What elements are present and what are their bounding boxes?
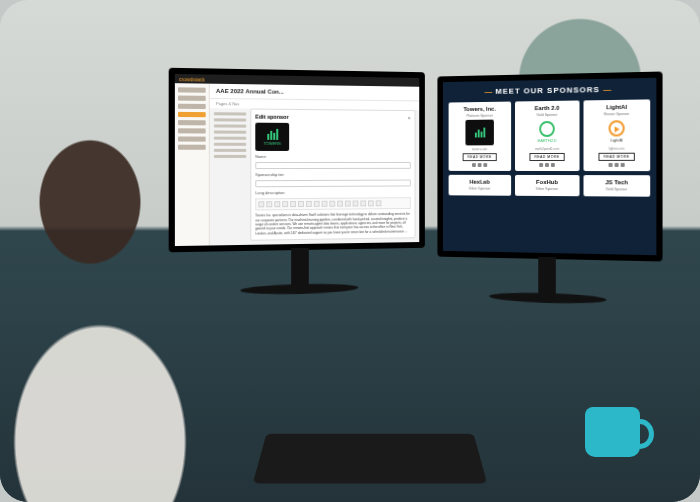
close-icon[interactable]: × [407, 115, 410, 121]
toolbar-more-icon[interactable] [376, 201, 382, 207]
monitor-right: — MEET OUR SPONSORS — Towers, Inc. Plati… [437, 71, 662, 261]
person-silhouette [0, 82, 240, 502]
toolbar-align-right-icon[interactable] [306, 201, 312, 207]
sponsor-name: Earth 2.0 [535, 105, 560, 111]
twitter-icon[interactable] [615, 163, 619, 167]
name-label: Name [255, 154, 410, 159]
linkedin-icon[interactable] [483, 163, 487, 167]
read-more-button[interactable]: READ MORE [530, 153, 565, 161]
edit-sponsor-modal: Edit sponsor × TOWERS Name Sponsorship t… [250, 109, 415, 241]
towers-logo-icon [465, 120, 493, 146]
social-icons [472, 163, 487, 167]
coffee-mug [585, 407, 640, 457]
sponsor-tier: Bronze Sponsor [604, 112, 629, 116]
sponsor-card-hexlab[interactable]: HexLab Silver Sponsor [449, 175, 512, 196]
sponsors-page: — MEET OUR SPONSORS — Towers, Inc. Plati… [443, 78, 656, 203]
sponsor-name: Towers, Inc. [463, 106, 495, 112]
facebook-icon[interactable] [472, 163, 476, 167]
toolbar-strike-icon[interactable] [282, 202, 288, 208]
sponsor-tier: Silver Sponsor [536, 187, 558, 191]
sponsor-name: JS Tech [605, 179, 628, 185]
toolbar-quote-icon[interactable] [353, 201, 359, 207]
linkedin-icon[interactable] [621, 163, 625, 167]
toolbar-code-icon[interactable] [345, 201, 351, 207]
name-input[interactable] [255, 162, 410, 169]
sponsor-url: lightai.com [609, 147, 624, 151]
toolbar-image-icon[interactable] [337, 201, 343, 207]
sponsor-card-lightai[interactable]: LightAI Bronze Sponsor LightAI lightai.c… [584, 99, 651, 171]
facebook-icon[interactable] [609, 163, 613, 167]
richtext-toolbar [255, 198, 410, 211]
toolbar-bold-icon[interactable] [258, 202, 264, 208]
sponsor-tier: Gold Sponsor [537, 113, 558, 117]
twitter-icon[interactable] [545, 163, 549, 167]
description-editor[interactable]: Towers Inc. specializes in data-driven S… [255, 212, 410, 235]
lightai-logo-icon: LightAI [601, 118, 631, 145]
twitter-icon[interactable] [478, 163, 482, 167]
tier-label: Sponsorship tier [255, 172, 410, 177]
toolbar-underline-icon[interactable] [274, 202, 280, 208]
toolbar-numlist-icon[interactable] [322, 201, 328, 207]
sponsor-logo-text: TOWERS [264, 141, 281, 146]
tier-input[interactable] [255, 180, 410, 188]
read-more-button[interactable]: READ MORE [599, 153, 635, 161]
sponsor-url: towers.com [472, 147, 487, 151]
toolbar-align-left-icon[interactable] [290, 201, 296, 207]
sponsor-logo-preview[interactable]: TOWERS [255, 123, 289, 151]
sponsor-name: FoxHub [536, 179, 558, 185]
sponsors-heading: — MEET OUR SPONSORS — [449, 84, 651, 97]
sponsor-tier: Platinum Sponsor [467, 114, 493, 118]
toolbar-redo-icon[interactable] [368, 201, 374, 207]
social-icons [609, 163, 625, 167]
modal-title: Edit sponsor [255, 114, 288, 120]
sponsor-url: earth2point0.com [535, 147, 559, 151]
sponsor-card-foxhub[interactable]: FoxHub Silver Sponsor [515, 175, 580, 196]
toolbar-italic-icon[interactable] [266, 202, 272, 208]
sponsor-tier: Gold Sponsor [606, 187, 628, 191]
linkedin-icon[interactable] [551, 163, 555, 167]
earth-logo-icon: EARTH2.0 [532, 119, 561, 145]
sponsor-card-towers[interactable]: Towers, Inc. Platinum Sponsor towers.com… [449, 102, 512, 171]
sponsor-name: LightAI [606, 104, 627, 110]
keyboard [253, 434, 488, 484]
toolbar-list-icon[interactable] [314, 201, 320, 207]
sponsor-name: HexLab [469, 179, 490, 185]
toolbar-align-center-icon[interactable] [298, 201, 304, 207]
desc-label: Long description [255, 190, 410, 196]
toolbar-link-icon[interactable] [329, 201, 335, 207]
facebook-icon[interactable] [539, 163, 543, 167]
sponsor-card-earth[interactable]: Earth 2.0 Gold Sponsor EARTH2.0 earth2po… [515, 100, 580, 171]
social-icons [539, 163, 555, 167]
toolbar-undo-icon[interactable] [360, 201, 366, 207]
sponsor-tier: Silver Sponsor [469, 187, 491, 191]
sponsor-card-jstech[interactable]: JS Tech Gold Sponsor [584, 175, 651, 197]
read-more-button[interactable]: READ MORE [463, 153, 497, 161]
